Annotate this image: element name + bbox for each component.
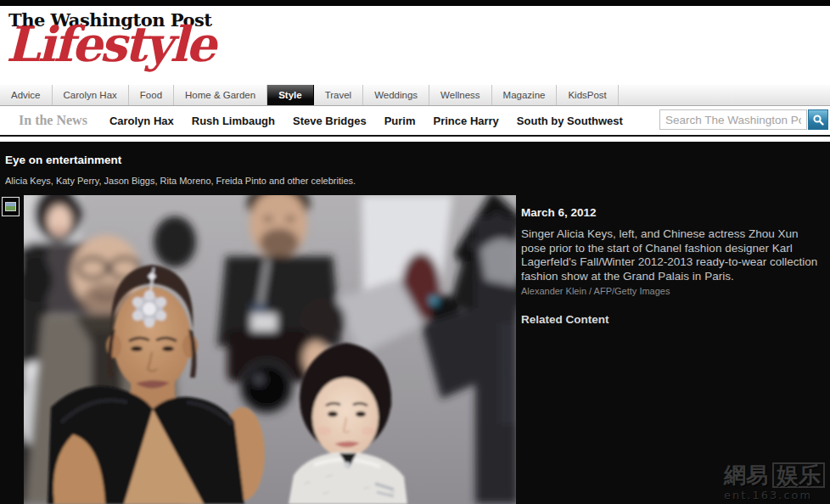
tab-weddings[interactable]: Weddings xyxy=(363,85,429,105)
photo-credit: Alexander Klein / AFP/Getty Images xyxy=(521,286,825,296)
tab-magazine[interactable]: Magazine xyxy=(492,85,558,105)
netease-logo-left: 網易 xyxy=(724,462,768,488)
search-icon xyxy=(812,114,824,126)
lifestyle-logo[interactable]: Lifestyle xyxy=(6,20,214,68)
section-tab-bar: Advice Carolyn Hax Food Home & Garden St… xyxy=(0,85,830,106)
tab-advice[interactable]: Advice xyxy=(0,85,53,105)
tab-food[interactable]: Food xyxy=(129,85,174,105)
in-the-news-bar: In the News Carolyn Hax Rush Limbaugh St… xyxy=(0,106,830,137)
tab-travel[interactable]: Travel xyxy=(314,85,364,105)
search-input[interactable] xyxy=(659,109,807,130)
tab-wellness[interactable]: Wellness xyxy=(429,85,491,105)
gallery-panel: Eye on entertainment Alicia Keys, Katy P… xyxy=(0,142,830,504)
slideshow-icon-thumb xyxy=(5,202,16,211)
tab-carolyn-hax[interactable]: Carolyn Hax xyxy=(53,85,129,105)
gallery-title: Eye on entertainment xyxy=(5,154,121,166)
news-link-purim[interactable]: Purim xyxy=(384,115,416,127)
search-button[interactable] xyxy=(808,109,828,130)
netease-url: ent.163.com xyxy=(724,489,825,501)
related-content-heading: Related Content xyxy=(521,313,825,326)
netease-logo-right: 娱乐 xyxy=(772,462,825,488)
slideshow-icon[interactable] xyxy=(2,197,20,216)
news-link-prince-harry[interactable]: Prince Harry xyxy=(434,115,499,127)
netease-logo: 網易 娱乐 xyxy=(724,462,825,488)
photo-caption: Singer Alicia Keys, left, and Chinese ac… xyxy=(521,227,825,283)
tab-style[interactable]: Style xyxy=(267,85,314,105)
in-the-news-label: In the News xyxy=(19,113,87,128)
search-box xyxy=(659,109,828,130)
news-link-rush-limbaugh[interactable]: Rush Limbaugh xyxy=(192,115,275,127)
caption-column: March 6, 2012 Singer Alicia Keys, left, … xyxy=(521,206,825,326)
top-black-strip xyxy=(0,0,830,6)
article-photo[interactable] xyxy=(24,195,516,504)
gallery-subtitle: Alicia Keys, Katy Perry, Jason Biggs, Ri… xyxy=(5,176,356,186)
news-link-carolyn-hax[interactable]: Carolyn Hax xyxy=(109,115,174,127)
photo-date: March 6, 2012 xyxy=(521,206,825,219)
news-link-south-by-southwest[interactable]: South by Southwest xyxy=(517,115,623,127)
news-link-steve-bridges[interactable]: Steve Bridges xyxy=(293,115,367,127)
tab-home-garden[interactable]: Home & Garden xyxy=(174,85,267,105)
masthead: The Washington Post Lifestyle xyxy=(0,6,830,85)
netease-watermark: 網易 娱乐 ent.163.com xyxy=(724,462,825,501)
tab-kidspost[interactable]: KidsPost xyxy=(557,85,618,105)
